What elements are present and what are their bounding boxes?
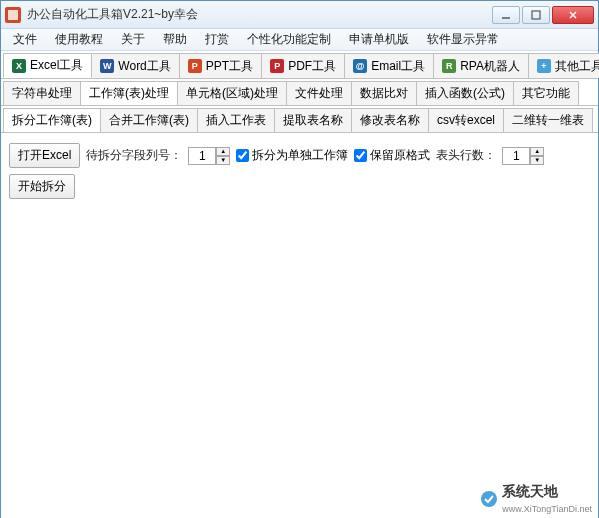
main-tabs: X Excel工具 W Word工具 P PPT工具 P PDF工具 @ Ema…: [1, 51, 598, 79]
ttab-merge[interactable]: 合并工作簿(表): [100, 108, 198, 132]
menu-help[interactable]: 帮助: [155, 29, 195, 50]
window-buttons: [492, 6, 594, 24]
ttab-rename[interactable]: 修改表名称: [351, 108, 429, 132]
svg-point-6: [481, 491, 497, 507]
svg-rect-3: [532, 11, 540, 19]
tab-word[interactable]: W Word工具: [91, 53, 179, 78]
menu-donate[interactable]: 打赏: [197, 29, 237, 50]
open-excel-button[interactable]: 打开Excel: [9, 143, 80, 168]
app-window: 办公自动化工具箱V2.21~by幸会 文件 使用教程 关于 帮助 打赏 个性化功…: [0, 0, 599, 518]
ttab-extract[interactable]: 提取表名称: [274, 108, 352, 132]
tab-label: RPA机器人: [460, 58, 520, 75]
ttab-csv[interactable]: csv转excel: [428, 108, 504, 132]
window-title: 办公自动化工具箱V2.21~by幸会: [27, 6, 492, 23]
excel-icon: X: [12, 59, 26, 73]
spinner-up-icon[interactable]: ▲: [216, 147, 230, 156]
minimize-button[interactable]: [492, 6, 520, 24]
spinner-up-icon[interactable]: ▲: [530, 147, 544, 156]
other-icon: +: [537, 59, 551, 73]
menu-file[interactable]: 文件: [5, 29, 45, 50]
tab-excel[interactable]: X Excel工具: [3, 53, 92, 78]
word-icon: W: [100, 59, 114, 73]
content-panel: 打开Excel 待拆分字段列号： ▲ ▼ 拆分为单独工作簿 保留原格式 表头行数…: [1, 133, 598, 209]
menu-standalone[interactable]: 申请单机版: [341, 29, 417, 50]
ttab-split[interactable]: 拆分工作簿(表): [3, 108, 101, 132]
sub-tabs: 字符串处理 工作簿(表)处理 单元格(区域)处理 文件处理 数据比对 插入函数(…: [1, 79, 598, 106]
subtab-compare[interactable]: 数据比对: [351, 81, 417, 105]
ttab-insert[interactable]: 插入工作表: [197, 108, 275, 132]
split-standalone-checkbox[interactable]: 拆分为单独工作簿: [236, 147, 348, 164]
tab-rpa[interactable]: R RPA机器人: [433, 53, 529, 78]
subtab-file[interactable]: 文件处理: [286, 81, 352, 105]
subtab-workbook[interactable]: 工作簿(表)处理: [80, 81, 178, 105]
split-field-label: 待拆分字段列号：: [86, 147, 182, 164]
tab-label: Email工具: [371, 58, 425, 75]
subtab-misc[interactable]: 其它功能: [513, 81, 579, 105]
app-icon: [5, 7, 21, 23]
pdf-icon: P: [270, 59, 284, 73]
menu-about[interactable]: 关于: [113, 29, 153, 50]
tab-label: PPT工具: [206, 58, 253, 75]
email-icon: @: [353, 59, 367, 73]
start-split-button[interactable]: 开始拆分: [9, 174, 75, 199]
menu-display-issue[interactable]: 软件显示异常: [419, 29, 507, 50]
subtab-string[interactable]: 字符串处理: [3, 81, 81, 105]
keep-format-checkbox[interactable]: 保留原格式: [354, 147, 430, 164]
split-field-input[interactable]: [188, 147, 216, 165]
rpa-icon: R: [442, 59, 456, 73]
menu-customize[interactable]: 个性化功能定制: [239, 29, 339, 50]
tab-label: Word工具: [118, 58, 170, 75]
split-standalone-label: 拆分为单独工作簿: [252, 147, 348, 164]
branding-text: 系统天地 www.XiTongTianDi.net: [502, 483, 592, 515]
maximize-button[interactable]: [522, 6, 550, 24]
svg-rect-1: [8, 10, 18, 20]
branding-name: 系统天地: [502, 483, 558, 499]
third-tabs: 拆分工作簿(表) 合并工作簿(表) 插入工作表 提取表名称 修改表名称 csv转…: [1, 106, 598, 133]
subtab-insertfn[interactable]: 插入函数(公式): [416, 81, 514, 105]
menu-tutorial[interactable]: 使用教程: [47, 29, 111, 50]
titlebar: 办公自动化工具箱V2.21~by幸会: [1, 1, 598, 29]
keep-format-input[interactable]: [354, 149, 367, 162]
header-rows-label: 表头行数：: [436, 147, 496, 164]
tab-other[interactable]: + 其他工具: [528, 53, 599, 78]
split-field-spinner: ▲ ▼: [188, 147, 230, 165]
keep-format-label: 保留原格式: [370, 147, 430, 164]
tab-label: Excel工具: [30, 57, 83, 74]
work-area: [1, 209, 598, 518]
branding: 系统天地 www.XiTongTianDi.net: [480, 483, 592, 515]
branding-url: www.XiTongTianDi.net: [502, 504, 592, 514]
branding-logo-icon: [480, 490, 498, 508]
menubar: 文件 使用教程 关于 帮助 打赏 个性化功能定制 申请单机版 软件显示异常: [1, 29, 598, 51]
subtab-cell[interactable]: 单元格(区域)处理: [177, 81, 287, 105]
tab-label: 其他工具: [555, 58, 599, 75]
tab-email[interactable]: @ Email工具: [344, 53, 434, 78]
close-button[interactable]: [552, 6, 594, 24]
ppt-icon: P: [188, 59, 202, 73]
header-rows-spinner: ▲ ▼: [502, 147, 544, 165]
tab-label: PDF工具: [288, 58, 336, 75]
split-standalone-input[interactable]: [236, 149, 249, 162]
tab-ppt[interactable]: P PPT工具: [179, 53, 262, 78]
ttab-pivot[interactable]: 二维转一维表: [503, 108, 593, 132]
spinner-down-icon[interactable]: ▼: [530, 156, 544, 165]
spinner-down-icon[interactable]: ▼: [216, 156, 230, 165]
tab-pdf[interactable]: P PDF工具: [261, 53, 345, 78]
header-rows-input[interactable]: [502, 147, 530, 165]
